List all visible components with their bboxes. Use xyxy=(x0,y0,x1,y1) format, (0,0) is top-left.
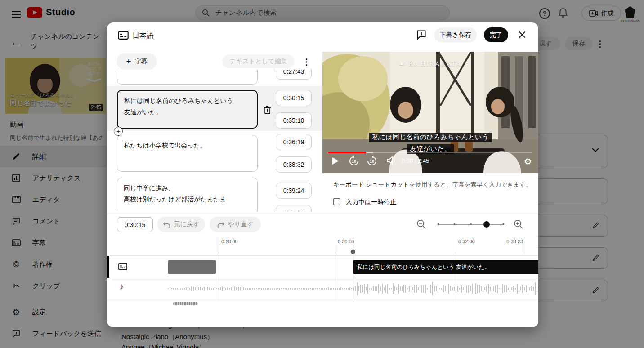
video-subtitle-line1: 私には同じ名前のひろみちゃんという xyxy=(322,133,538,142)
caption-textarea[interactable]: 私たちは小学校で出会った。 xyxy=(117,135,258,172)
svg-text:10: 10 xyxy=(370,159,374,164)
caption-time-start[interactable]: 0:39:24 xyxy=(276,183,312,199)
previous-caption-segment[interactable] xyxy=(168,260,216,274)
forward-10-icon[interactable]: 10 xyxy=(367,156,377,166)
timeline-scrollbar-thumb[interactable] xyxy=(173,302,198,305)
playhead-handle[interactable] xyxy=(351,250,355,254)
modal-title: 日本語 xyxy=(132,31,154,40)
undo-icon xyxy=(163,221,170,228)
caption-textarea[interactable]: 同じ中学に進み、 高校は別だったけど部活がたまたま xyxy=(117,178,258,211)
undo-button[interactable]: 元に戻す xyxy=(157,217,205,232)
report-feedback-icon[interactable] xyxy=(416,30,426,40)
done-button[interactable]: 完了 xyxy=(484,27,508,42)
video-progress-bar[interactable] xyxy=(328,152,532,153)
zoom-out-icon[interactable] xyxy=(416,219,426,229)
video-watermark: ☙ Re:HIRAKATA xyxy=(322,60,538,68)
keyboard-hint: キーボード ショートカットを使用すると、字幕を素早く入力できます。 xyxy=(333,181,532,189)
selected-track-indicator xyxy=(107,256,109,278)
edit-as-text-button[interactable]: テキストとして編集 xyxy=(222,54,295,68)
ruler-tick xyxy=(525,237,525,254)
zoom-slider-thumb[interactable] xyxy=(483,221,490,228)
ruler-label: 0:32:00 xyxy=(458,239,475,244)
caption-time-end[interactable]: 0:35:10 xyxy=(276,112,312,129)
ruler-tick xyxy=(219,237,219,254)
video-time-display: 0:30 / 2:45 xyxy=(402,157,429,164)
play-button[interactable] xyxy=(332,157,339,165)
add-caption-button[interactable]: + 字幕 xyxy=(117,53,157,70)
svg-text:10: 10 xyxy=(352,159,356,164)
subtitle-editor-modal: 日本語 下書き保存 完了 + 字幕 テキストとして編集 ⋮ 0:27:43 私に… xyxy=(107,22,538,327)
ruler-label: 0:28:00 xyxy=(221,239,238,244)
played-fill xyxy=(328,152,366,153)
ruler-label: 0:33:23 xyxy=(506,239,523,244)
video-player[interactable]: ☙ Re:HIRAKATA 私には同じ名前のひろみちゃんという 友達がいた。 1… xyxy=(322,52,538,173)
plus-icon: + xyxy=(126,57,131,67)
volume-icon[interactable] xyxy=(386,156,396,165)
caption-textarea-active[interactable]: 私には同じ名前のひろみちゃんという 友達がいた。 xyxy=(117,90,258,129)
redo-icon xyxy=(217,221,224,228)
close-icon[interactable] xyxy=(518,30,527,39)
studio-subtitle-editor-screen: Studio チャンネル内で検索 ? 作成 xyxy=(0,0,644,348)
ruler-tick xyxy=(335,237,335,254)
save-draft-button[interactable]: 下書き保存 xyxy=(434,27,477,42)
delete-caption-icon[interactable] xyxy=(264,106,271,114)
redo-button[interactable]: やり直す xyxy=(210,217,261,232)
caption-panel-menu-icon[interactable]: ⋮ xyxy=(302,58,311,66)
pause-while-typing-checkbox[interactable] xyxy=(333,198,340,205)
caption-time-start[interactable]: 0:30:15 xyxy=(276,90,312,106)
ruler-tick xyxy=(456,237,456,254)
toolbar-divider xyxy=(107,214,538,214)
subtitle-track-icon xyxy=(118,263,127,270)
timecode-input[interactable]: 0:30:15 xyxy=(117,217,153,232)
rewind-10-icon[interactable]: 10 xyxy=(349,156,359,166)
ruler-label: 0:30:00 xyxy=(338,239,354,244)
zoom-in-icon[interactable] xyxy=(514,219,523,229)
caption-time-end[interactable]: 0:38:32 xyxy=(276,156,312,173)
timeline-zoom-slider[interactable] xyxy=(438,224,503,225)
caption-time-start[interactable]: 0:36:19 xyxy=(276,134,312,150)
insert-caption-icon[interactable]: + xyxy=(114,127,123,136)
timeline-tracks: ♪ 私には同じ名前のひろみちゃんという 友達がいた。 xyxy=(107,255,538,300)
caption-time-end[interactable]: 0:45:02 xyxy=(276,205,312,211)
active-caption-segment[interactable]: 私には同じ名前のひろみちゃんという 友達がいた。 xyxy=(353,260,538,274)
pause-while-typing-label: 入力中は一時停止 xyxy=(346,198,396,206)
subtitles-badge-icon xyxy=(118,31,129,40)
player-settings-gear-icon[interactable]: ⚙ xyxy=(524,156,532,167)
caption-list: 0:27:43 私には同じ名前のひろみちゃんという 友達がいた。 0:30:15… xyxy=(107,70,322,211)
video-frame-image xyxy=(322,52,538,173)
caption-textarea[interactable] xyxy=(117,70,258,85)
audio-track-icon: ♪ xyxy=(120,282,124,292)
caption-time-start[interactable]: 0:27:43 xyxy=(276,70,312,80)
